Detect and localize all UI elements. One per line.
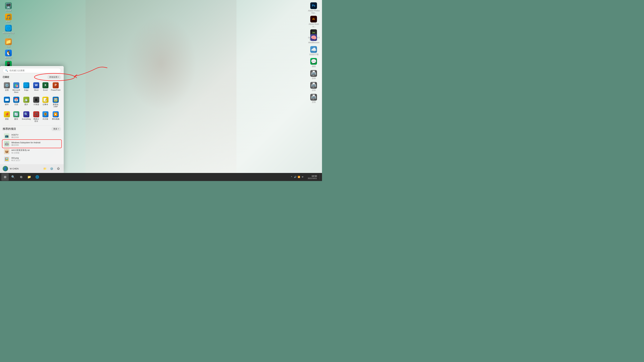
pinned-notes[interactable]: 📝 记事本	[41, 95, 50, 109]
win11-icon: 📦	[4, 149, 10, 154]
start-menu-actions: 📁 ⚙️ ⏻	[42, 166, 61, 171]
store-app-icon: 🛍️	[13, 82, 19, 88]
start-menu-bottom: 👤 W CHEN 📁 ⚙️ ⏻	[0, 164, 64, 173]
rec-win11[interactable]: 📦 win11安装安装包.rar 56 分钟前	[3, 148, 61, 155]
desktop-icons-far-right: 🧠 MindBlossom ☁️ 云音乐下载 💬 微信 🖨️ 打印 🖨️ 打印 …	[307, 33, 320, 104]
desktop-icon-cloud-music[interactable]: ☁️ 云音乐下载	[307, 45, 320, 56]
wallpaper-portrait	[86, 0, 236, 181]
search-bar[interactable]: 🔍	[3, 68, 61, 73]
desktop-icon-print2[interactable]: 🖨️ 打印	[307, 81, 320, 92]
music-app-icon: 🎵	[33, 111, 39, 117]
tray-input-icon[interactable]: 中	[301, 175, 304, 179]
wsa-icon: 🤖	[4, 141, 10, 146]
recommended-header: 推荐的项目 更多 >	[3, 127, 61, 131]
desktop-icon-network[interactable]: 🖥️ 此电脑	[2, 2, 15, 12]
pinned-uwp[interactable]: 🖼️ 爱壁纸UWP	[50, 95, 61, 109]
pinned-sticky[interactable]: 📌 便签	[3, 110, 11, 124]
wsa-info: Windows Subsystem for Android 最近添加	[12, 141, 60, 146]
img003-icon: 🖼️	[4, 157, 10, 162]
coolapp-icon: 🔄	[13, 111, 19, 117]
rec-img003[interactable]: 🖼️ 003.png 昨天 22:17	[3, 156, 61, 163]
mail-app-icon: ✉️	[4, 97, 10, 103]
tray-volume-icon[interactable]: 🔊	[294, 175, 297, 179]
word-app-icon: W	[33, 82, 39, 88]
uwp-app-icon: 🖼️	[53, 97, 59, 103]
calc-app-icon: 🖩	[33, 97, 39, 103]
clock-time: 16:50	[312, 175, 317, 177]
pinned-grid: ⚙️ 设置 🛍️ Microsoft Store 🌐 Edge W Word X	[3, 81, 61, 124]
pinned-everything[interactable]: 🔍 Everything	[21, 110, 31, 124]
desktop: 🖥️ 此电脑 🎵 AIMP 🌐 Microsoft Edge 📁 工具 🐧 腾讯…	[0, 0, 322, 181]
pinned-store[interactable]: 🛍️ Microsoft Store	[12, 81, 21, 95]
power-button[interactable]: ⏻	[56, 166, 61, 171]
search-input[interactable]	[10, 69, 58, 72]
taskbar-edge-button[interactable]: 🌐	[34, 173, 41, 181]
tray-show-hidden[interactable]: ^	[290, 175, 293, 179]
tray-network-icon[interactable]: 📶	[297, 175, 301, 179]
clock[interactable]: 16:50 2021/10/21	[306, 175, 318, 179]
pinned-section: 已固定 所有应用 > ⚙️ 设置 🛍️ Microsoft Store 🌐 Ed…	[0, 75, 64, 124]
pinned-edge[interactable]: 🌐 Edge	[21, 81, 31, 95]
start-menu: 🔍 已固定 所有应用 > ⚙️ 设置 🛍️ Microsoft Store	[0, 66, 64, 173]
start-button[interactable]: ⊞	[1, 173, 9, 181]
taskbar-explorer-button[interactable]: 📁	[26, 173, 33, 181]
everything-app-icon: 🔍	[23, 111, 29, 117]
settings-bottom-button[interactable]: ⚙️	[49, 166, 54, 171]
excel-app-icon: X	[42, 82, 48, 88]
taskbar: ⊞ 🔍 ⧉ 📁 🌐 ^ 🔊 📶 中 16:50 2021/10/21	[0, 173, 322, 181]
user-avatar: 👤	[3, 166, 8, 171]
pinned-settings[interactable]: ⚙️ 设置	[3, 81, 11, 95]
pinned-calendar[interactable]: 📅 日历	[12, 95, 21, 109]
recommended-section: 推荐的项目 更多 > 📺 HODTV 最近添加 🤖	[0, 127, 64, 163]
calendar-app-icon: 📅	[13, 97, 19, 103]
desktop-icon-mindblossom[interactable]: 🧠 MindBlossom	[307, 33, 320, 44]
all-apps-button[interactable]: 所有应用 >	[47, 75, 61, 79]
taskbar-search-button[interactable]: 🔍	[10, 173, 17, 181]
files-button[interactable]: 📁	[42, 166, 48, 171]
desktop-icon-print3[interactable]: 🖨️ 打印	[307, 93, 320, 104]
pinned-photos[interactable]: 🏔️ 图片	[21, 95, 31, 109]
show-desktop-button[interactable]	[320, 174, 321, 180]
search-icon: 🔍	[5, 69, 8, 72]
pinned-word[interactable]: W Word	[32, 81, 40, 95]
pinned-title: 已固定	[3, 76, 9, 79]
ppt-app-icon: P	[53, 82, 59, 88]
tencent-video-icon: ▶️	[53, 111, 59, 117]
win11-info: win11安装安装包.rar 56 分钟前	[12, 149, 60, 154]
taskbar-right: ^ 🔊 📶 中 16:50 2021/10/21	[289, 174, 322, 180]
more-button[interactable]: 更多 >	[51, 127, 61, 131]
taskbar-left: ⊞ 🔍 ⧉ 📁 🌐	[0, 173, 41, 181]
hodtv-icon: 📺	[4, 133, 10, 139]
pinned-excel[interactable]: X Excel	[41, 81, 50, 95]
desktop-icon-print1[interactable]: 🖨️ 打印	[307, 69, 320, 80]
pinned-tencent-video[interactable]: ▶️ 腾讯视频	[50, 110, 61, 124]
desktop-icon-edge[interactable]: 🌐 Microsoft Edge	[2, 24, 15, 37]
img003-info: 003.png 昨天 22:17	[12, 157, 60, 162]
clock-date: 2021/10/21	[308, 177, 317, 179]
hodtv-info: HODTV 最近添加	[12, 134, 60, 139]
desktop-icon-ps[interactable]: Ps Adobe Photoshop...	[307, 2, 320, 14]
pinned-music[interactable]: 🎵 网易云音乐	[32, 110, 40, 124]
pinned-ppt[interactable]: P PowerPoint	[50, 81, 61, 95]
sticky-app-icon: 📌	[4, 111, 10, 117]
notes-app-icon: 📝	[42, 97, 48, 103]
settings-app-icon: ⚙️	[4, 82, 10, 88]
task-view-button[interactable]: ⧉	[18, 173, 25, 181]
rec-wsa[interactable]: 🤖 Windows Subsystem for Android 最近添加	[3, 140, 61, 147]
nav-app-icon: 🌻	[42, 111, 48, 117]
desktop-icon-tools[interactable]: 📁 工具	[2, 38, 15, 48]
rec-hodtv[interactable]: 📺 HODTV 最近添加	[3, 132, 61, 140]
pinned-calc[interactable]: 🖩 计算器	[32, 95, 40, 109]
desktop-icon-wechat3[interactable]: 💬 微信	[307, 57, 320, 68]
desktop-icon-qq[interactable]: 🐧 腾讯QQ	[2, 49, 15, 59]
photos-app-icon: 🏔️	[23, 97, 29, 103]
desktop-icon-ai[interactable]: Ai Adobe Illustra...	[307, 15, 320, 28]
pinned-360[interactable]: 🔄 酷安	[12, 110, 21, 124]
recommended-list: 📺 HODTV 最近添加 🤖 Windows Subsystem for And…	[3, 132, 61, 163]
user-name: W CHEN	[10, 167, 18, 170]
user-info[interactable]: 👤 W CHEN	[3, 166, 18, 171]
pinned-nav[interactable]: 🌻 向日葵	[41, 110, 50, 124]
desktop-icon-aimp[interactable]: 🎵 AIMP	[2, 13, 15, 23]
recommended-title: 推荐的项目	[3, 127, 16, 131]
pinned-mail[interactable]: ✉️ 邮件	[3, 95, 11, 109]
